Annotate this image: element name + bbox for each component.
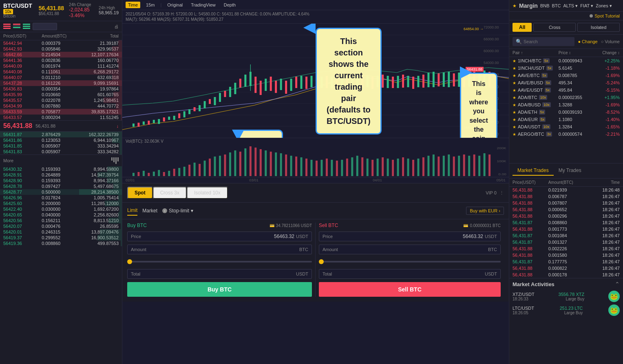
ob-split-icon[interactable] (13, 24, 21, 29)
buy-order-row[interactable]: 56431.85 0.005907 333.34294 (0, 143, 122, 149)
sell-order-row[interactable]: 56440.08 0.111061 6,268.29172 (0, 69, 122, 75)
sell-order-row[interactable]: 56435.57 0.022078 1,245.98451 (0, 97, 122, 103)
time-btn[interactable]: Time (126, 2, 140, 8)
sell-order-row[interactable]: 56433.59 0.705877 39,835.17321 (0, 109, 122, 115)
buy-order-row[interactable]: 56431.83 0.005907 333.34282 (0, 149, 122, 154)
buy-col-balance: 💳 34.78211066 USDT (270, 223, 312, 228)
search-box: 🔍 (513, 37, 574, 46)
ma-collapse-icon[interactable]: ⌃ (615, 281, 620, 287)
chart-canvas: 72000.00 66000.00 60000.00 54000.00 4800… (122, 24, 509, 138)
vip-more-icon[interactable]: ⋮ (499, 190, 504, 195)
buy-order-row[interactable]: 56428.91 0.264889 14,947.39754 (0, 172, 122, 178)
pair-row[interactable]: ★ ADA/BUSD 10x 1.3288 -1.69% (509, 101, 623, 108)
pair-row[interactable]: ★ ADA/USDT 10x 1.3284 -1.65% (509, 123, 623, 130)
sell-order-row[interactable]: 56440.07 0.011210 632.69318 (0, 75, 122, 80)
sell-price-input[interactable]: 56463.32 (434, 234, 483, 239)
sell-order-row[interactable]: 56434.99 0.007880 444.70772 (0, 103, 122, 109)
svg-rect-10 (137, 123, 139, 127)
buy-order-row[interactable]: 56426.96 0.017824 1,005.75414 (0, 195, 122, 201)
timeframe-15m-btn[interactable]: 15m (144, 2, 157, 8)
depth-btn[interactable]: Depth (221, 2, 238, 8)
original-btn[interactable]: Original (165, 2, 185, 8)
ob-buy-only-icon[interactable] (23, 24, 31, 29)
svg-rect-101 (229, 152, 231, 176)
cross-tab[interactable]: Cross (533, 23, 576, 32)
sell-total-input[interactable] (434, 271, 483, 277)
svg-rect-62 (392, 77, 394, 88)
sell-order-row[interactable]: 56435.99 0.010660 601.60765 (0, 92, 122, 97)
buy-order-row[interactable]: 56420.65 0.040000 2,256.82600 (0, 212, 122, 218)
cross-tab[interactable]: Cross 3x (153, 187, 187, 199)
sell-btn[interactable]: Sell BTC (319, 282, 501, 297)
sell-order-row[interactable]: 56433.57 0.000204 11.51245 (0, 115, 122, 120)
sell-amount-input[interactable] (437, 247, 486, 252)
buy-order-row[interactable]: 56420.01 0.246315 13,897.09476 (0, 229, 122, 235)
right-panel-header: ★ Margin BNB BTC ALTS ▾ FIAT ▾ Zones ▾ (509, 0, 623, 12)
spot-tab[interactable]: Spot (127, 187, 153, 199)
market-trades-tab[interactable]: Market Trades (513, 166, 554, 176)
svg-rect-152 (488, 154, 490, 176)
sell-order-row[interactable]: 56442.93 0.005846 329.96537 (0, 46, 122, 52)
sell-order-row[interactable]: 56440.09 0.001974 111.41274 (0, 63, 122, 69)
buy-order-row[interactable]: 56430.32 0.159393 8,994.59800 (0, 166, 122, 172)
ob-price-precision[interactable]: 0.01 (33, 23, 57, 30)
pair-row[interactable]: ★ AAVE/BUSD 5x 495.34 -5.24% (509, 79, 623, 86)
volume-chart: 200K 100K 0.00 (122, 144, 509, 177)
pair-row[interactable]: ★ ADA/ETH 5x 0.00039193 -8.52% (509, 108, 623, 116)
pair-row[interactable]: ★ AERGO/BTC 3x 0.00000574 -2.21% (509, 130, 623, 138)
buy-btn[interactable]: Buy BTC (127, 282, 312, 297)
buy-order-row[interactable]: 56419.36 0.008860 499.87553 (0, 240, 122, 246)
buy-with-btn[interactable]: Buy with EUR › (466, 207, 504, 215)
tradingview-btn[interactable]: TradingView (188, 2, 218, 8)
buy-total-input[interactable] (245, 271, 294, 277)
xaxis-1: 03/01 (249, 178, 258, 182)
ob-sell-only-icon[interactable] (3, 24, 11, 29)
buy-order-row[interactable]: 56431.86 0.123053 6,944.10967 (0, 137, 122, 143)
buy-amount-input[interactable] (249, 247, 298, 252)
market-btn[interactable]: Market (142, 206, 157, 215)
volume-radio[interactable]: ○ Volume (601, 39, 620, 44)
more-button[interactable]: More (0, 154, 122, 166)
sell-order-row[interactable]: 56442.66 0.214504 12,107.17634 (0, 52, 122, 57)
buy-order-row[interactable]: 56419.37 0.299552 16,900.53512 (0, 235, 122, 240)
svg-rect-96 (204, 161, 206, 176)
buy-slider[interactable] (127, 261, 312, 263)
my-trades-tab[interactable]: My Trades (554, 166, 586, 176)
buy-order-row[interactable]: 56422.40 0.030000 1,692.67200 (0, 206, 122, 212)
search-input[interactable] (524, 39, 571, 44)
spot-tutorial-link[interactable]: Spot Tutorial (594, 13, 620, 18)
change-radio[interactable]: ● Change (578, 39, 597, 44)
pair-row[interactable]: ★ ADA/EUR 5x 1.1080 -1.40% (509, 116, 623, 123)
buy-order-row[interactable]: 56420.56 0.156211 8,813.51210 (0, 218, 122, 223)
pair-row[interactable]: ★ AAVE/BTC 5x 0.008785 -1.69% (509, 72, 623, 79)
ob-printer-icon[interactable]: 🖨 (114, 24, 119, 29)
buy-price-unit: USDT (296, 234, 308, 239)
buy-order-row[interactable]: 56428.77 0.500000 28,214.38500 (0, 189, 122, 195)
sell-order-row[interactable]: 56437.28 0.161226 9,099.15691 (0, 80, 122, 86)
svg-rect-14 (158, 119, 160, 124)
sell-order-row[interactable]: 56436.83 0.000354 19.97864 (0, 86, 122, 92)
stop-limit-btn[interactable]: i Stop-limit ▾ (162, 208, 193, 214)
chart-toolbar: Time 15m | Original TradingView Depth (122, 0, 509, 10)
isolated-tab[interactable]: Isolated 10x (187, 187, 228, 199)
isolated-tab[interactable]: Isolated (577, 23, 620, 32)
buy-order-row[interactable]: 56428.78 0.097427 5,497.68675 (0, 183, 122, 189)
sell-order-row[interactable]: 56441.36 0.002836 160.06770 (0, 57, 122, 63)
price-label-top: 64854.00 → (464, 27, 484, 31)
sell-order-row[interactable]: 56442.94 0.000379 21.39187 (0, 40, 122, 46)
buy-price-input[interactable]: 56463.32 (245, 234, 294, 239)
pair-row[interactable]: ★ AAVE/USDT 5x 495.84 -5.15% (509, 86, 623, 94)
buy-order-row[interactable]: 56425.60 0.200000 11,285.12000 (0, 201, 122, 206)
pair-row[interactable]: ★ 1INCH/USDT 5x 5.6145 -1.18% (509, 64, 623, 72)
limit-btn[interactable]: Limit (127, 206, 137, 216)
buy-order-row[interactable]: 56431.87 2.876429 162,322.26739 (0, 132, 122, 137)
all-tab[interactable]: All (513, 23, 532, 32)
pair-row[interactable]: ★ 1INCH/BTC 5x 0.00009943 +2.25% (509, 57, 623, 64)
ticker-bitcoin-label: Bitcoin (3, 14, 32, 18)
svg-rect-137 (412, 160, 414, 176)
buy-order-row[interactable]: 56420.07 0.000476 26.85595 (0, 223, 122, 229)
sell-slider[interactable] (319, 261, 501, 263)
pair-row[interactable]: ★ ADA/BTC 10x 0.00002355 +1.95% (509, 94, 623, 101)
buy-order-row[interactable]: 56428.90 0.159393 8,994.37166 (0, 178, 122, 183)
svg-rect-138 (417, 159, 419, 176)
